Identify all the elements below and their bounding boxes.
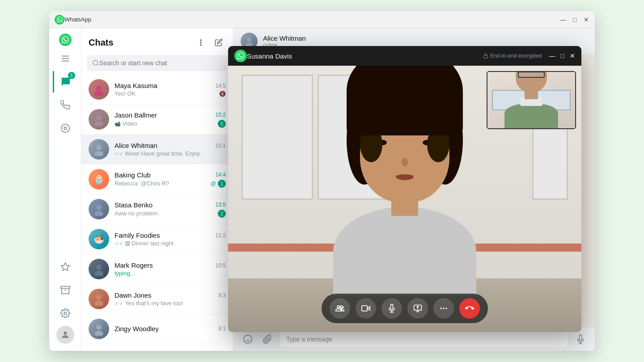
chat-list-panel: Chats [81,28,233,351]
chat-preview: ✓✓ Yes that's my fave too! [114,300,183,307]
nav-rail: 3 [49,28,81,351]
title-bar-controls: — □ ✕ [560,17,589,23]
sidebar-item-calls[interactable] [55,94,76,116]
svg-point-4 [64,127,67,130]
svg-point-18 [94,121,103,126]
sidebar-item-profile[interactable] [56,326,74,344]
unread-badge: 1 [218,180,226,188]
list-item[interactable]: Mark Rogers 10:5 typing... [81,254,233,284]
vc-close-button[interactable]: ✕ [570,52,575,59]
attach-button[interactable] [260,332,275,346]
svg-point-28 [94,331,103,336]
list-item[interactable]: Maya Kasuma 14:5 Yes! OK 🔇 [81,75,233,105]
list-item[interactable]: 🍜 Family Foodies 11:2 ✓✓ 🖼 Dinner last n… [81,224,233,254]
list-item[interactable]: Stasa Benko 13:5 Aww no problem. 2 [81,194,233,224]
svg-point-17 [96,115,102,120]
title-bar: WhatsApp — □ ✕ [49,11,595,28]
encryption-label: End-to-end encrypted [483,53,542,59]
video-call-controls [322,294,488,323]
new-chat-button[interactable] [212,35,226,50]
more-options-button[interactable] [433,298,454,319]
list-item[interactable]: 🧁 Baking Club 14:4 Rebecca: @Chris R? @ … [81,164,233,194]
vc-maximize-button[interactable]: □ [561,52,564,59]
avatar [89,319,109,339]
maximize-button[interactable]: □ [572,17,578,23]
svg-point-27 [96,324,102,330]
avatar: 🧁 [89,169,109,189]
svg-marker-5 [61,263,69,270]
add-participant-button[interactable] [330,298,350,319]
chat-name: Stasa Benko [114,201,153,209]
svg-point-11 [200,42,201,43]
svg-rect-36 [484,56,488,59]
video-call-title-bar: Susanna Davis End-to-end encrypted — □ ✕ [228,46,581,66]
chat-time: 14:4 [216,172,226,178]
svg-point-22 [94,211,103,216]
chat-name: Zingy Woodley [114,325,159,333]
chat-name: Alice Whitman [114,142,157,149]
svg-point-23 [96,265,102,270]
list-item[interactable]: Alice Whitman 15:1 ✓✓ Wow! Have great ti… [81,135,233,164]
chat-preview: Rebecca: @Chris R? [114,180,169,187]
list-item[interactable]: Dawn Jones 8:3 ✓✓ Yes that's my fave too… [81,284,233,314]
chat-time: 8:1 [218,325,226,332]
end-call-button[interactable] [459,298,480,319]
svg-point-9 [64,332,67,335]
unread-badge: 2 [218,210,226,218]
search-icon [92,59,99,67]
chat-preview-typing: typing... [114,270,135,277]
avatar: 🍜 [89,229,109,249]
nav-logo [59,34,72,46]
sidebar-item-starred[interactable] [55,256,76,278]
chat-time: 10:5 [216,262,226,269]
chat-preview: Aww no problem. [114,210,159,217]
avatar [89,139,109,160]
caller-name: Susanna Davis [247,52,483,60]
chat-name: Maya Kasuma [114,82,157,89]
emoji-button[interactable] [241,332,255,346]
app-window: WhatsApp — □ ✕ [49,11,595,351]
search-bar [87,55,228,71]
camera-toggle-button[interactable] [356,298,376,319]
search-input[interactable] [99,59,222,67]
mic-toggle-button[interactable] [381,298,402,319]
chat-preview: Yes! OK [114,90,136,97]
close-button[interactable]: ✕ [583,17,589,23]
svg-point-24 [94,271,103,276]
message-input[interactable] [280,331,568,347]
chat-list: Maya Kasuma 14:5 Yes! OK 🔇 [81,75,233,351]
svg-line-14 [97,64,98,66]
vc-logo [234,50,247,62]
chat-preview: 📹 Video [114,120,137,127]
avatar [89,199,109,219]
svg-point-48 [445,307,447,309]
sidebar-item-archive[interactable] [55,279,76,301]
svg-rect-39 [362,306,368,311]
chat-time: 14:5 [216,83,226,89]
chat-contact-name: Alice Whitman [263,34,306,42]
chat-time: 15:1 [216,143,226,149]
app-title: WhatsApp [64,16,560,23]
svg-point-21 [96,205,102,210]
minimize-button[interactable]: — [560,17,566,23]
svg-point-8 [64,312,67,315]
svg-point-47 [443,307,444,309]
voice-message-button[interactable] [573,332,588,346]
pip-video [487,71,576,129]
svg-point-19 [96,145,102,150]
sidebar-item-settings[interactable] [55,303,76,324]
svg-point-15 [96,85,102,91]
sidebar-item-chats[interactable]: 3 [53,71,76,93]
list-item[interactable]: Zingy Woodley 8:1 [81,314,233,344]
screen-share-button[interactable] [407,298,428,319]
list-item[interactable]: Jason Ballmer 15:2 📹 Video 5 [81,105,233,135]
more-options-button[interactable] [194,35,208,50]
chat-time: 13:5 [216,202,226,208]
mute-icon: 🔇 [219,91,226,97]
sidebar-item-menu[interactable] [55,48,76,69]
svg-point-12 [200,44,201,45]
vc-minimize-button[interactable]: — [549,52,555,59]
app-logo [55,15,64,25]
sidebar-item-status[interactable] [55,118,76,139]
chat-list-header: Chats [81,28,233,53]
